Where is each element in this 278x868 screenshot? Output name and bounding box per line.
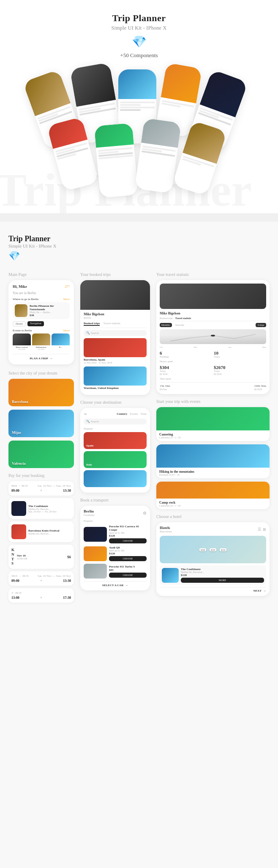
main-page-label: Main Page [8,272,74,277]
tab-travel-statistic[interactable]: Travel statistic [103,322,120,326]
dest-tab-time[interactable]: Time [140,412,147,416]
period-monthly[interactable]: Monthly [160,323,172,327]
bottom-route: MUC → BCN [11,574,29,578]
italy-dest-image [84,451,147,468]
booking-knts: KNTS Nov 18 10:00 AM $6 [8,545,74,569]
period-tabs: Monthly Seasonly 4 trips [160,323,266,327]
city-card-barcelona[interactable]: Barcelona [8,379,74,406]
flight-icon-3: ✈ [40,596,42,600]
car-price-1: $120 [109,534,147,537]
event-name-3: Pi... [52,346,70,348]
brand-section: Trip Planner Simple UI Kit - IPhone X 💎 [8,234,270,262]
choose-button-3[interactable]: CHOOSE [109,573,147,578]
festival-location: Malibu De, Barcelo... [28,532,71,535]
navigation-button[interactable]: Navigation [27,321,44,326]
next-button[interactable]: NEXT → [160,587,266,592]
italy-dest-name: Italy [86,463,92,466]
select-car-button[interactable]: SELECT A CAR → [84,581,147,587]
booking-card-festival: Barcelona Knits Festival Malibu De, Barc… [8,521,74,542]
more-link[interactable]: More [63,298,70,301]
last-arrive: 17:30 [63,596,71,600]
sketch-gem-icon: 💎 [8,35,270,49]
dest-item-3[interactable] [84,470,147,487]
bottom-dates: Sat, 18 Nov — Sun, 18 Nov [38,574,71,578]
canoeing-name: Canoeing [159,433,267,436]
car-item-2: Audi Q8 open up to: 8th $120 CHOOSE [84,546,147,561]
stat-card: Mike Bigelson Booked trips Travel statis… [156,280,270,394]
barcelona-name: Barcelona [12,400,28,404]
flight-icon: ✈ [40,489,42,493]
list-icon[interactable]: ☰ [258,527,261,532]
uk-trip-image [84,366,147,386]
map-pin-1: $108 [199,548,206,551]
hiking-image [156,444,270,468]
last-route: T · BCN [11,591,22,595]
events-more[interactable]: More [63,329,70,332]
booking-bottom-flight: MUC → BCN Sat, 18 Nov — Sun, 18 Nov 09:0… [8,571,74,586]
trip-search[interactable]: 🔍 Search [84,330,147,336]
hotel-detail-price: $120 [181,573,264,577]
hotel-more-button[interactable]: MORE [181,578,264,583]
money-yearly: $304 [160,365,212,370]
car-image-1 [84,527,107,542]
hero-title: Trip Planner [8,13,270,24]
event-item-3: Pi... [52,333,70,350]
city-card-mijas[interactable]: Mijas [8,410,74,437]
dest-tab-country[interactable]: Country [117,412,127,416]
stat-tab-travel[interactable]: Travel statistic [175,317,191,320]
dest-3-image [84,470,147,487]
tab-booked-trips[interactable]: Booked trips [84,322,100,326]
section-divider-1 [0,213,278,222]
stat-tab-booked[interactable]: Booked trips [160,317,173,320]
car-image-2 [84,546,107,561]
location-text: You are in Berlin [13,291,70,295]
money-spent-label: Money spent [160,360,266,363]
main-content: Trip Planner Simple UI Kit - IPhone X 💎 … [0,222,278,614]
bottom-arrive: 13:30 [63,579,71,583]
plan-a-trip-button[interactable]: PLAN A TRIP → [13,354,70,360]
hotels-city: Barcelona [160,530,172,533]
profile-tabs: Booked trips Travel statistic [84,322,147,328]
featured-place-name: Berlin Pflanzen für Naturkunde [30,304,68,311]
stat-chart [160,329,266,344]
uk-trip-name: Wareham, United Kingdom [84,386,147,390]
event-date-1: 22/10/8 [13,348,31,350]
event-card-camp: Camp rock California 26 / 1 / 18 [156,482,270,509]
booking-card-hotel: The Confidante Malibu De, Barcelo... Sun… [8,498,74,519]
money-total: $2670 [214,365,266,370]
flight-icon-2: ✈ [40,579,42,583]
choose-button-2[interactable]: CHOOSE [109,556,147,561]
time-free: 15h 34m [160,384,170,388]
yours-count: 10 [214,350,266,355]
choose-button-1[interactable]: CHOOSE [109,538,147,543]
trip-item-uk: Wareham, United Kingdom [84,366,147,390]
featured-place-image [15,304,27,317]
period-seasonly[interactable]: Seasonly [174,323,186,327]
money-stats: $304 Yours ⊟ 2018 $2670 Yours ⊟ 2018 [160,365,266,375]
dest-tab-events[interactable]: Events [130,412,138,416]
month-mar: Mar [194,346,197,348]
next-label: NEXT [253,589,262,592]
city-card-valencia[interactable]: Valencia [8,441,74,468]
valencia-name: Valencia [12,461,26,466]
canoeing-location: California 25 / 1 / 18 [159,436,267,439]
details-button[interactable]: Details [13,321,26,326]
booking-card-flight: BER → BCN Sat, 18 Nov — Sun, 18 Nov 09:0… [8,481,74,496]
dest-item-spain[interactable]: Spain [84,432,147,449]
components-count: +50 Components [8,52,270,59]
knts-price: $6 [67,555,71,559]
transport-popular-label: Popular [84,519,147,523]
hiking-location: Pyrenees 21/07 / 18 [159,474,267,476]
money-yearly-date: ⊟ 2018 [160,372,212,375]
event-image-3 [52,333,70,345]
event-card-hiking: Hiking in the mountains Pyrenees 21/07 /… [156,444,270,478]
dest-back-arrow[interactable]: ← [84,411,88,416]
stat-profile-name: Mike Bigelson [160,311,266,315]
next-arrow-icon: → [263,589,266,592]
dest-search[interactable]: 🔍 Search [84,419,147,424]
grid-icon[interactable]: ⊞ [263,527,266,532]
car-name-3: Porsche 911 Turbo S [109,565,147,568]
hotel-name: The Confidante [28,504,71,508]
filter-icon[interactable]: ⚙ [143,511,147,515]
dest-item-italy[interactable]: Italy [84,451,147,468]
